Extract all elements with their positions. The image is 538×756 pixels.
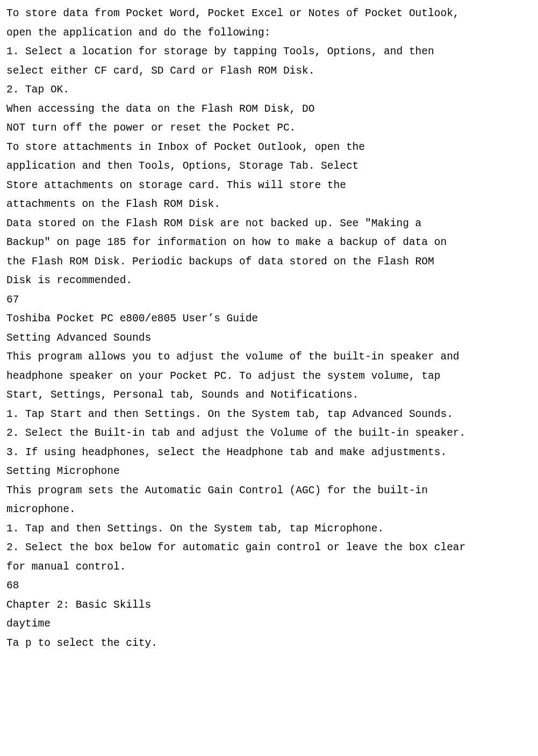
text-line: Ta p to select the city. (6, 634, 538, 653)
text-line: Data stored on the Flash ROM Disk are no… (6, 214, 538, 234)
text-line: headphone speaker on your Pocket PC. To … (6, 367, 538, 386)
text-line: 67 (6, 291, 538, 310)
text-line: Toshiba Pocket PC e800/e805 User’s Guide (6, 309, 538, 329)
text-line: NOT turn off the power or reset the Pock… (6, 119, 538, 138)
text-line: open the application and do the followin… (6, 24, 538, 43)
text-line: This program allows you to adjust the vo… (6, 348, 538, 367)
text-line: select either CF card, SD Card or Flash … (6, 62, 538, 81)
document-body: To store data from Pocket Word, Pocket E… (6, 4, 538, 653)
text-line: Chapter 2: Basic Skills (6, 596, 538, 615)
text-line: Setting Advanced Sounds (6, 329, 538, 348)
text-line: attachments on the Flash ROM Disk. (6, 195, 538, 214)
text-line: 2. Tap OK. (6, 81, 538, 100)
text-line: Disk is recommended. (6, 271, 538, 291)
text-line: 68 (6, 577, 538, 596)
text-line: 2. Select the Built-in tab and adjust th… (6, 424, 538, 443)
text-line: the Flash ROM Disk. Periodic backups of … (6, 253, 538, 272)
text-line: daytime (6, 615, 538, 634)
text-line: When accessing the data on the Flash ROM… (6, 100, 538, 119)
text-line: microphone. (6, 500, 538, 520)
text-line: Setting Microphone (6, 462, 538, 481)
text-line: Store attachments on storage card. This … (6, 176, 538, 196)
text-line: Backup" on page 185 for information on h… (6, 233, 538, 253)
text-line: To store data from Pocket Word, Pocket E… (6, 4, 538, 24)
text-line: 2. Select the box below for automatic ga… (6, 538, 538, 558)
text-line: To store attachments in Inbox of Pocket … (6, 138, 538, 157)
text-line: 1. Tap and then Settings. On the System … (6, 520, 538, 539)
text-line: application and then Tools, Options, Sto… (6, 157, 538, 176)
text-line: for manual control. (6, 558, 538, 577)
text-line: 1. Tap Start and then Settings. On the S… (6, 405, 538, 424)
text-line: This program sets the Automatic Gain Con… (6, 481, 538, 501)
text-line: Start, Settings, Personal tab, Sounds an… (6, 386, 538, 405)
text-line: 3. If using headphones, select the Headp… (6, 443, 538, 463)
text-line: 1. Select a location for storage by tapp… (6, 42, 538, 62)
